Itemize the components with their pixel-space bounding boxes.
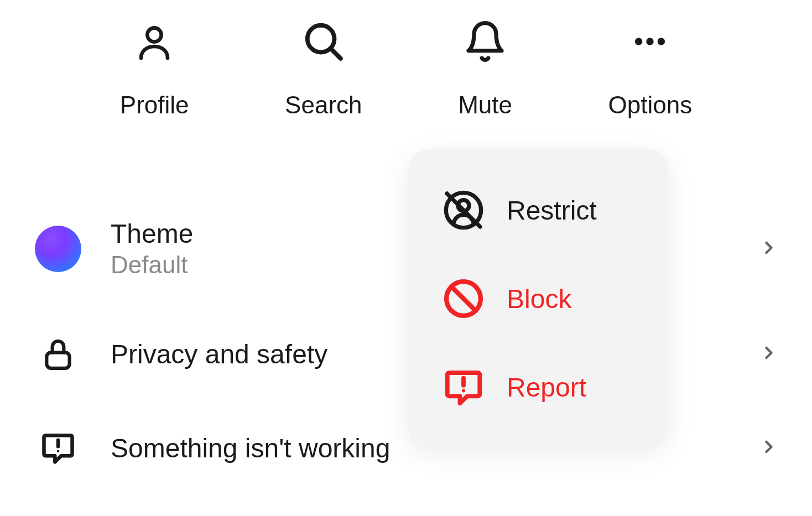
svg-rect-6 — [46, 352, 69, 368]
report-icon — [441, 365, 486, 409]
more-icon — [628, 19, 672, 64]
bell-icon — [463, 19, 507, 64]
svg-point-15 — [462, 389, 465, 393]
lock-icon — [33, 334, 83, 374]
svg-line-13 — [451, 286, 476, 311]
feedback-title: Something isn't working — [111, 433, 420, 463]
profile-button[interactable]: Profile — [120, 19, 189, 119]
restrict-label: Restrict — [507, 195, 597, 226]
search-button[interactable]: Search — [285, 19, 362, 119]
profile-label: Profile — [120, 91, 189, 119]
options-label: Options — [608, 91, 693, 119]
menu-item-restrict[interactable]: Restrict — [408, 166, 668, 254]
block-icon — [441, 277, 486, 321]
svg-point-0 — [148, 28, 162, 41]
options-dropdown-menu: Restrict Block Report — [408, 149, 668, 448]
svg-point-8 — [57, 450, 60, 452]
report-label: Report — [507, 372, 586, 403]
mute-button[interactable]: Mute — [458, 19, 512, 119]
chevron-right-icon — [759, 343, 779, 365]
mute-label: Mute — [458, 91, 512, 119]
search-label: Search — [285, 91, 362, 119]
restrict-icon — [441, 188, 486, 232]
profile-icon — [132, 19, 176, 64]
svg-point-5 — [658, 38, 665, 45]
options-button[interactable]: Options — [608, 19, 693, 119]
chevron-right-icon — [759, 437, 779, 459]
svg-point-4 — [647, 38, 654, 45]
svg-point-3 — [635, 38, 642, 45]
theme-swatch-icon — [33, 226, 83, 272]
search-icon — [301, 19, 346, 64]
svg-line-2 — [331, 49, 341, 59]
settings-list: Theme Default Privacy and safety — [0, 119, 812, 478]
block-label: Block — [507, 284, 571, 314]
chevron-right-icon — [759, 238, 779, 260]
top-action-bar: Profile Search Mute Options — [0, 0, 812, 119]
alert-message-icon — [33, 429, 83, 467]
menu-item-block[interactable]: Block — [408, 254, 668, 343]
menu-item-report[interactable]: Report — [408, 343, 668, 431]
